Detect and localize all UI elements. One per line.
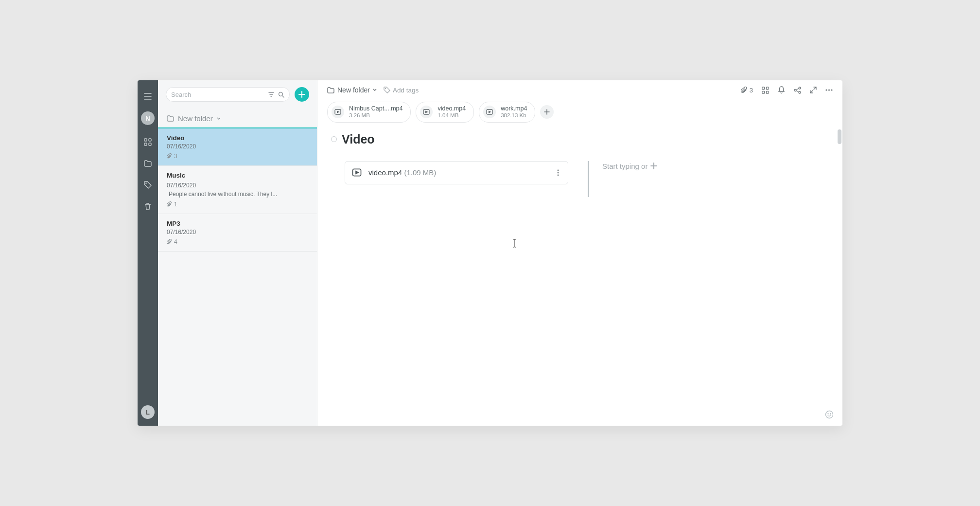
chip-name: video.mp4: [438, 105, 466, 112]
svg-point-16: [831, 89, 832, 90]
add-attachment-button[interactable]: [540, 105, 554, 119]
video-file-icon: [332, 106, 344, 118]
trash-icon[interactable]: [141, 200, 154, 213]
chip-name: Nimbus Capt....mp4: [349, 105, 402, 112]
svg-rect-3: [149, 143, 151, 145]
svg-rect-9: [762, 91, 765, 93]
svg-rect-8: [766, 87, 769, 89]
svg-point-5: [279, 92, 283, 96]
svg-point-24: [826, 411, 833, 418]
topbar: New folder Add tags 3: [317, 80, 842, 100]
svg-rect-7: [762, 87, 765, 89]
svg-point-6: [385, 88, 386, 89]
add-tags-button[interactable]: Add tags: [384, 87, 419, 94]
filter-icon[interactable]: [268, 91, 274, 98]
svg-point-21: [558, 169, 559, 171]
svg-point-25: [828, 414, 829, 415]
search-box[interactable]: [166, 87, 290, 102]
note-title: Video: [167, 134, 308, 142]
plus-icon[interactable]: [650, 163, 657, 169]
video-file-icon: [420, 106, 433, 118]
share-icon[interactable]: [794, 87, 801, 94]
note-list-panel: New folder Video 07/16/2020 3 Music 07/1…: [158, 80, 317, 426]
bell-icon[interactable]: [778, 86, 785, 94]
file-size: (1.09 MB): [404, 168, 436, 177]
search-icon[interactable]: [278, 91, 284, 98]
svg-point-26: [830, 414, 831, 415]
search-row: [158, 80, 317, 108]
video-file-icon: [352, 168, 362, 177]
note-date: 07/16/2020: [167, 229, 308, 235]
svg-point-23: [558, 174, 559, 176]
file-block[interactable]: video.mp4 (1.09 MB): [345, 161, 568, 184]
svg-rect-2: [144, 143, 147, 145]
note-item-mp3[interactable]: MP3 07/16/2020 4: [158, 214, 317, 252]
chevron-down-icon: [217, 117, 221, 120]
emoji-button[interactable]: [825, 410, 834, 419]
attachments-count: 3: [750, 87, 753, 94]
text-cursor-icon: [512, 239, 512, 248]
scrollbar[interactable]: [838, 129, 841, 144]
svg-point-22: [558, 172, 559, 173]
note-item-video[interactable]: Video 07/16/2020 3: [158, 128, 317, 166]
page-title[interactable]: Video: [342, 132, 375, 146]
hamburger-menu-icon[interactable]: [141, 90, 154, 103]
folder-icon[interactable]: [141, 157, 154, 170]
breadcrumb[interactable]: New folder: [327, 86, 377, 94]
note-attachment-count: 4: [167, 238, 308, 245]
attachment-chip[interactable]: video.mp4 1.04 MB: [416, 102, 474, 123]
attachment-chip[interactable]: work.mp4 382.13 Kb: [479, 102, 535, 123]
app-window: N L: [138, 80, 842, 426]
note-date: 07/16/2020: [167, 182, 196, 189]
svg-point-15: [828, 89, 830, 90]
workspace-avatar[interactable]: N: [141, 111, 155, 125]
attachment-chip[interactable]: Nimbus Capt....mp4 3.26 MB: [327, 102, 411, 123]
title-row: Video: [331, 132, 829, 146]
search-input[interactable]: [171, 91, 268, 98]
folder-header-label: New folder: [178, 114, 213, 123]
file-name: video.mp4 (1.09 MB): [368, 168, 436, 177]
typing-placeholder: Start typing or: [602, 162, 657, 170]
svg-point-11: [794, 89, 796, 91]
topbar-actions: 3: [741, 86, 833, 94]
svg-point-12: [799, 87, 801, 89]
note-item-music[interactable]: Music 07/16/2020 People cannot live with…: [158, 166, 317, 214]
note-date: 07/16/2020: [167, 143, 308, 150]
note-title: Music: [167, 172, 308, 179]
content-columns: video.mp4 (1.09 MB) Start typing or: [331, 161, 829, 197]
chip-size: 1.04 MB: [438, 112, 466, 119]
main-panel: New folder Add tags 3: [317, 80, 842, 426]
more-icon[interactable]: [825, 89, 833, 91]
breadcrumb-folder: New folder: [337, 86, 370, 94]
chevron-down-icon: [373, 89, 377, 91]
typing-column[interactable]: Start typing or: [588, 161, 657, 197]
expand-icon[interactable]: [810, 87, 817, 93]
apps-icon[interactable]: [141, 136, 154, 148]
note-title: MP3: [167, 220, 308, 227]
note-attachment-count: 3: [167, 153, 308, 160]
note-attachment-count: 1: [167, 201, 308, 208]
chip-name: work.mp4: [501, 105, 527, 112]
title-bullet-icon: [331, 136, 337, 142]
add-note-button[interactable]: [295, 87, 309, 102]
svg-rect-1: [149, 139, 151, 141]
svg-point-4: [146, 183, 147, 184]
user-avatar[interactable]: L: [141, 405, 155, 419]
svg-point-13: [799, 91, 801, 93]
file-more-icon[interactable]: [555, 167, 561, 178]
svg-rect-10: [766, 91, 769, 93]
grid-view-icon[interactable]: [762, 87, 769, 94]
attachment-chips: Nimbus Capt....mp4 3.26 MB video.mp4 1.0…: [317, 100, 842, 129]
chip-size: 382.13 Kb: [501, 112, 527, 119]
note-list: Video 07/16/2020 3 Music 07/16/2020 Peop…: [158, 128, 317, 426]
chip-size: 3.26 MB: [349, 112, 402, 119]
add-tags-label: Add tags: [393, 87, 419, 94]
note-snippet: People cannot live without music. They l…: [169, 191, 277, 198]
attachments-button[interactable]: 3: [741, 87, 753, 94]
svg-point-14: [825, 89, 827, 90]
folder-header[interactable]: New folder: [158, 108, 317, 128]
tag-icon[interactable]: [141, 179, 154, 191]
svg-rect-0: [144, 139, 147, 141]
icon-rail: N L: [138, 80, 158, 426]
editor-area[interactable]: Video video.mp4 (1.09 MB): [317, 129, 842, 426]
